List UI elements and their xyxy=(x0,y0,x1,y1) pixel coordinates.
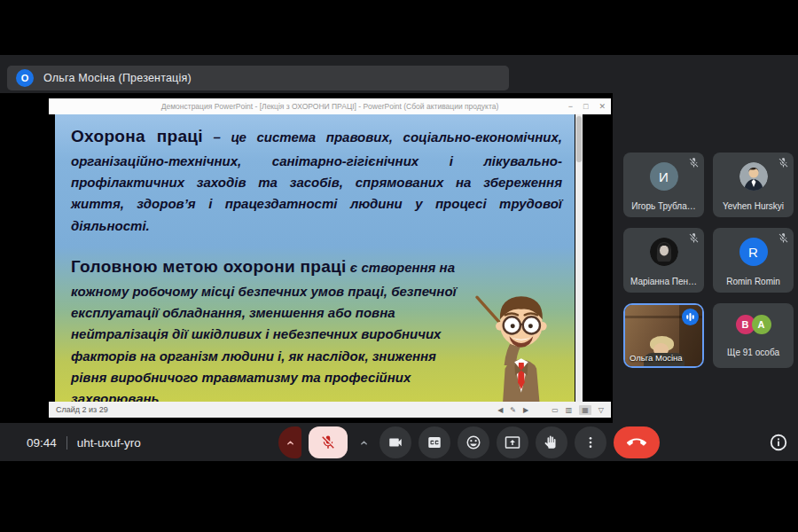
scrollbar-thumb[interactable] xyxy=(576,116,582,162)
participant-name: Romin Romin xyxy=(716,277,790,286)
next-slide-icon[interactable]: ▶ xyxy=(523,406,528,414)
reading-view-icon[interactable]: ▦ xyxy=(579,405,591,415)
smiley-icon xyxy=(466,434,481,450)
avatar xyxy=(650,238,678,266)
screenshare-stage[interactable]: Демонстрация PowerPoint - [Лекція з ОХОР… xyxy=(0,93,613,423)
mic-off-icon xyxy=(778,157,789,168)
participant-tile-self-video[interactable]: Ольга Мосіна xyxy=(623,303,704,368)
participant-tile[interactable]: Yevhen Hurskyi xyxy=(713,153,794,217)
pen-annotate-icon[interactable]: ✎ xyxy=(510,406,516,414)
mic-options-button[interactable] xyxy=(278,426,301,458)
captions-button[interactable] xyxy=(419,426,450,458)
camera-options-button[interactable] xyxy=(355,426,372,458)
avatar: А xyxy=(752,315,771,334)
slide-sorter-view-icon[interactable]: ▥ xyxy=(566,406,573,414)
mic-off-icon xyxy=(688,157,700,168)
divider xyxy=(66,436,67,450)
mic-off-icon xyxy=(688,232,700,244)
mic-off-icon xyxy=(320,434,336,450)
meeting-details-button[interactable] xyxy=(769,433,788,452)
more-options-icon xyxy=(583,435,598,450)
clock-time: 09:44 xyxy=(27,436,57,450)
participant-name: Маріанна Пен… xyxy=(627,277,700,286)
raise-hand-icon xyxy=(544,434,559,450)
slide-goal-text: є створення на кожному робочому місці бе… xyxy=(71,260,457,402)
present-screen-icon xyxy=(505,434,520,450)
powerpoint-content: Охорона праці – це система правових, соц… xyxy=(49,114,611,402)
end-call-icon xyxy=(627,433,646,452)
chevron-up-icon xyxy=(285,437,296,449)
teacher-cartoon xyxy=(473,280,562,402)
bottom-control-bar: 09:44 uht-uxuf-yro xyxy=(0,424,798,461)
more-options-button[interactable] xyxy=(575,426,606,458)
close-icon[interactable]: ✕ xyxy=(598,102,606,111)
powerpoint-statusbar: Слайд 2 из 29 ◀ ✎ ▶ ▭ ▥ ▦ ▽ xyxy=(49,402,611,418)
info-icon xyxy=(769,433,788,452)
presenter-avatar: О xyxy=(16,69,34,87)
presenter-label-bar: О Ольга Мосіна (Презентація) xyxy=(7,66,509,90)
participant-name: Ольга Мосіна xyxy=(630,353,683,363)
end-call-button[interactable] xyxy=(614,426,660,458)
raise-hand-button[interactable] xyxy=(536,426,567,458)
slide-term-heading: Охорона праці xyxy=(71,127,203,145)
slide-counter: Слайд 2 из 29 xyxy=(56,405,108,414)
more-participants-tile[interactable]: В А Ще 91 особа xyxy=(713,303,794,368)
minimize-icon[interactable]: − xyxy=(568,102,573,111)
participant-tile[interactable]: Маріанна Пен… xyxy=(623,228,704,293)
avatar xyxy=(739,162,768,191)
participant-name: Yevhen Hurskyi xyxy=(716,201,790,211)
group-avatars: В А xyxy=(736,315,771,334)
participant-tile[interactable]: R Romin Romin xyxy=(713,228,794,293)
screen: { "colors": { "meet_bg": "#202124", "sta… xyxy=(0,0,798,532)
presenter-label: Ольга Мосіна (Презентація) xyxy=(43,72,192,84)
participants-panel: И Игорь Трубла… Yevhen Hurskyi xyxy=(623,153,794,368)
mic-off-icon xyxy=(778,232,789,244)
powerpoint-title: Демонстрация PowerPoint - [Лекція з ОХОР… xyxy=(49,98,611,114)
slide-goal-heading: Головною метою охорони праці xyxy=(71,257,347,276)
chevron-up-icon xyxy=(358,437,370,449)
videocam-icon xyxy=(387,434,403,450)
participant-name: Игорь Трубла… xyxy=(627,201,700,211)
powerpoint-window: Демонстрация PowerPoint - [Лекція з ОХОР… xyxy=(49,98,611,418)
avatar: R xyxy=(739,238,768,266)
meeting-code: uht-uxuf-yro xyxy=(77,436,141,450)
more-participants-label: Ще 91 особа xyxy=(716,348,790,357)
present-screen-button[interactable] xyxy=(497,426,528,458)
camera-button[interactable] xyxy=(379,426,411,458)
scrollbar[interactable] xyxy=(575,114,583,402)
slide: Охорона праці – це система правових, соц… xyxy=(55,114,575,402)
mic-mute-button[interactable] xyxy=(309,426,348,458)
slide-paragraph-goal: Головною метою охорони праці є створення… xyxy=(71,254,562,402)
avatar: И xyxy=(650,162,678,191)
slideshow-view-icon[interactable]: ▽ xyxy=(598,406,604,414)
slide-paragraph-definition: Охорона праці – це система правових, соц… xyxy=(71,123,562,237)
captions-icon xyxy=(426,434,442,450)
maximize-icon[interactable]: □ xyxy=(583,102,588,111)
normal-view-icon[interactable]: ▭ xyxy=(552,406,559,414)
meet-window: О Ольга Мосіна (Презентація) Демонстраци… xyxy=(0,55,798,461)
audio-level-icon xyxy=(682,309,699,325)
participant-tile[interactable]: И Игорь Трубла… xyxy=(623,153,704,217)
reactions-button[interactable] xyxy=(458,426,489,458)
previous-slide-icon[interactable]: ◀ xyxy=(497,406,503,414)
powerpoint-titlebar: Демонстрация PowerPoint - [Лекція з ОХОР… xyxy=(49,98,611,114)
